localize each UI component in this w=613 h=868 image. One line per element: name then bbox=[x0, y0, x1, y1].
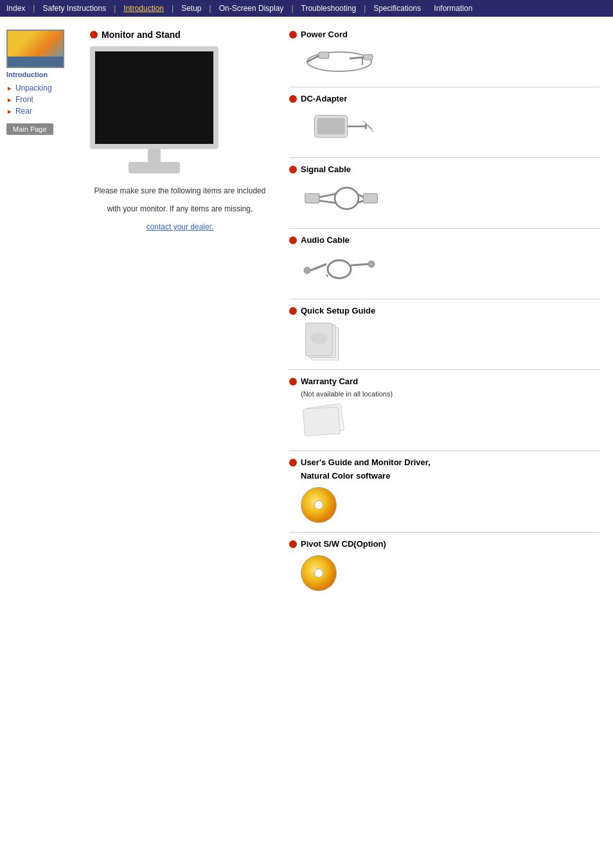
items-list: Power Cord DC-Adapter bbox=[289, 30, 600, 607]
svg-line-24 bbox=[326, 274, 328, 277]
svg-point-21 bbox=[328, 260, 351, 278]
bullet-monitor bbox=[90, 31, 98, 39]
main-container: Introduction ► Unpacking ► Front ► Rear … bbox=[0, 17, 613, 607]
monitor-illustration bbox=[90, 46, 231, 175]
nav-introduction[interactable]: Introduction bbox=[117, 1, 170, 15]
nav-safety[interactable]: Safety Instructions bbox=[36, 1, 112, 15]
intro-thumbnail bbox=[6, 30, 64, 68]
item-dc-adapter: DC-Adapter bbox=[289, 94, 600, 158]
item-warranty-card: Warranty Card (Not available in all loca… bbox=[289, 376, 600, 451]
caption-line1: Please make sure the following items are… bbox=[90, 185, 270, 197]
warranty-card-svg bbox=[301, 403, 352, 441]
dc-adapter-title: DC-Adapter bbox=[289, 94, 600, 103]
svg-line-14 bbox=[319, 200, 337, 203]
sidebar-item-unpacking[interactable]: ► Unpacking bbox=[6, 84, 71, 93]
signal-cable-label: Signal Cable bbox=[301, 164, 351, 174]
svg-point-19 bbox=[304, 267, 310, 274]
nav-sep-3: | bbox=[170, 4, 175, 13]
svg-rect-7 bbox=[317, 118, 345, 135]
arrow-unpacking: ► bbox=[6, 85, 13, 92]
signal-cable-svg bbox=[301, 181, 384, 219]
nav-troubleshooting[interactable]: Troubleshooting bbox=[295, 1, 363, 15]
quick-setup-title: Quick Setup Guide bbox=[289, 306, 600, 315]
nav-index[interactable]: Index bbox=[0, 1, 31, 15]
sidebar-label-rear: Rear bbox=[15, 107, 32, 116]
audio-cable-label: Audio Cable bbox=[301, 235, 350, 245]
users-guide-image bbox=[301, 484, 600, 526]
arrow-front: ► bbox=[6, 96, 13, 103]
nav-osd[interactable]: On-Screen Display bbox=[213, 1, 290, 15]
nav-sep-6: | bbox=[362, 4, 367, 13]
power-cord-image bbox=[301, 43, 600, 80]
users-guide-cd-icon bbox=[301, 487, 337, 523]
svg-line-20 bbox=[310, 264, 326, 270]
svg-line-11 bbox=[366, 123, 373, 132]
item-audio-cable: Audio Cable bbox=[289, 235, 600, 299]
svg-rect-4 bbox=[364, 55, 373, 60]
audio-cable-image bbox=[301, 249, 600, 292]
svg-rect-30 bbox=[303, 407, 341, 436]
bullet-warranty-card bbox=[289, 378, 297, 385]
bullet-quick-setup bbox=[289, 307, 297, 315]
power-cord-label: Power Cord bbox=[301, 30, 348, 39]
bullet-dc-adapter bbox=[289, 95, 297, 103]
quick-setup-label: Quick Setup Guide bbox=[301, 306, 375, 315]
item-pivot-sw-cd: Pivot S/W CD(Option) bbox=[289, 539, 600, 600]
bullet-audio-cable bbox=[289, 236, 297, 244]
main-page-button[interactable]: Main Page bbox=[6, 123, 53, 135]
caption-line2: with your monitor. If any items are miss… bbox=[90, 203, 270, 215]
pivot-sw-cd-title: Pivot S/W CD(Option) bbox=[289, 539, 600, 549]
monitor-base bbox=[129, 162, 180, 173]
svg-line-10 bbox=[364, 121, 373, 129]
sidebar-item-front[interactable]: ► Front bbox=[6, 95, 71, 104]
item-power-cord: Power Cord bbox=[289, 30, 600, 87]
nav-setup[interactable]: Setup bbox=[175, 1, 208, 15]
pivot-sw-cd-icon bbox=[301, 555, 337, 591]
quick-setup-image bbox=[301, 319, 600, 363]
caption-link-wrapper: contact your dealer. bbox=[90, 221, 270, 233]
svg-line-13 bbox=[319, 193, 337, 197]
contact-dealer-link[interactable]: contact your dealer. bbox=[147, 222, 214, 231]
svg-rect-16 bbox=[363, 193, 377, 203]
pivot-sw-cd-label: Pivot S/W CD(Option) bbox=[301, 539, 386, 549]
nav-specifications[interactable]: Specifications bbox=[367, 1, 427, 15]
dc-adapter-image bbox=[301, 107, 600, 151]
nav-information[interactable]: Information bbox=[427, 1, 479, 15]
svg-rect-12 bbox=[305, 193, 319, 203]
users-guide-title2: Natural Color software bbox=[301, 471, 600, 481]
nav-sep-5: | bbox=[290, 4, 294, 13]
svg-point-15 bbox=[335, 188, 359, 209]
warranty-card-title: Warranty Card bbox=[289, 376, 600, 386]
power-cord-title: Power Cord bbox=[289, 30, 600, 39]
item-signal-cable: Signal Cable bbox=[289, 164, 600, 229]
bullet-pivot-sw-cd bbox=[289, 540, 297, 548]
navbar: Index | Safety Instructions | Introducti… bbox=[0, 0, 613, 17]
warranty-card-subtitle: (Not available in all locations) bbox=[301, 390, 600, 398]
users-guide-label: User's Guide and Monitor Driver, bbox=[301, 457, 431, 467]
svg-line-22 bbox=[351, 264, 368, 265]
warranty-card-image bbox=[301, 400, 600, 444]
nav-sep-2: | bbox=[112, 4, 117, 13]
sidebar-item-rear[interactable]: ► Rear bbox=[6, 107, 71, 116]
bullet-signal-cable bbox=[289, 166, 297, 173]
users-guide-label2: Natural Color software bbox=[301, 471, 390, 481]
audio-cable-title: Audio Cable bbox=[289, 235, 600, 245]
bullet-users-guide bbox=[289, 459, 297, 466]
svg-point-23 bbox=[368, 261, 375, 267]
dc-adapter-svg bbox=[301, 110, 378, 148]
sidebar: Introduction ► Unpacking ► Front ► Rear … bbox=[0, 30, 77, 607]
svg-rect-2 bbox=[319, 52, 329, 58]
signal-cable-image bbox=[301, 178, 600, 222]
bullet-power-cord bbox=[289, 31, 297, 39]
signal-cable-title: Signal Cable bbox=[289, 164, 600, 174]
monitor-and-stand-label: Monitor and Stand bbox=[90, 30, 270, 40]
nav-sep-4: | bbox=[208, 4, 213, 13]
arrow-rear: ► bbox=[6, 108, 13, 115]
sidebar-intro-label: Introduction bbox=[6, 71, 71, 78]
sidebar-label-unpacking: Unpacking bbox=[15, 84, 52, 93]
monitor-neck bbox=[148, 149, 161, 162]
page-content: Monitor and Stand Please make sure the f… bbox=[77, 30, 613, 607]
item-users-guide: User's Guide and Monitor Driver, Natural… bbox=[289, 457, 600, 533]
audio-cable-svg bbox=[301, 251, 378, 290]
item-quick-setup-guide: Quick Setup Guide bbox=[289, 306, 600, 370]
